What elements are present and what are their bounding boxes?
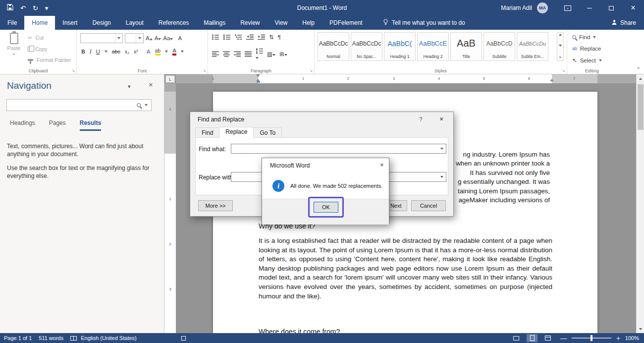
zoom-slider[interactable] (572, 338, 611, 339)
vertical-ruler[interactable]: 1 1 2 3 (164, 83, 176, 333)
style-subtle-emphasis[interactable]: AaBbCcDuSubtle Em... (517, 32, 548, 61)
nav-tab-headings[interactable]: Headings (10, 119, 35, 131)
paragraph-dialog-launcher-icon[interactable]: ↘ (309, 68, 313, 73)
find-what-combobox[interactable] (231, 144, 446, 154)
close-button[interactable]: × (622, 0, 644, 16)
style-heading-2[interactable]: AaBbCcEHeading 2 (417, 32, 449, 61)
cancel-button[interactable]: Cancel (411, 200, 446, 211)
underline-chevron-icon[interactable] (105, 51, 107, 53)
redo-icon[interactable]: ↻ (33, 4, 38, 12)
tell-me-box[interactable]: Tell me what you want to do (383, 16, 465, 30)
tab-design[interactable]: Design (85, 16, 118, 30)
word-count-label[interactable]: 511 words (39, 335, 63, 341)
more-button[interactable]: More >> (198, 200, 233, 211)
subscript-button[interactable]: x₂ (125, 49, 129, 55)
right-indent-marker[interactable] (550, 79, 554, 81)
help-icon[interactable]: ? (419, 116, 423, 123)
italic-button[interactable]: I (90, 49, 92, 55)
ok-button[interactable]: OK (314, 202, 338, 213)
strikethrough-button[interactable]: abc (112, 49, 120, 55)
proofing-status-button[interactable] (70, 336, 77, 341)
numbering-button[interactable] (223, 34, 231, 40)
macro-record-button[interactable] (181, 336, 186, 341)
paste-button[interactable]: Paste ▾ (4, 33, 24, 57)
align-right-button[interactable] (234, 51, 241, 57)
font-color-button[interactable]: A (172, 48, 176, 56)
tab-mailings[interactable]: Mailings (196, 16, 233, 30)
justify-button[interactable] (245, 51, 252, 57)
account-user-name[interactable]: Mariam Adil (501, 4, 532, 11)
read-mode-button[interactable] (511, 334, 522, 342)
tab-stop-selector[interactable]: L (165, 75, 175, 83)
collapse-ribbon-icon[interactable]: ^ (637, 66, 640, 72)
styles-dialog-launcher-icon[interactable]: ↘ (562, 68, 565, 73)
zoom-level-label[interactable]: 100% (625, 335, 639, 341)
align-left-button[interactable] (212, 51, 219, 57)
show-formatting-marks-button[interactable]: ¶ (278, 34, 281, 40)
scroll-down-button[interactable] (637, 325, 644, 333)
maximize-button[interactable] (600, 0, 622, 16)
avatar[interactable]: MA (537, 2, 548, 13)
scroll-up-button[interactable] (637, 74, 644, 83)
tab-references[interactable]: References (151, 16, 196, 30)
print-layout-button[interactable] (527, 334, 537, 342)
grow-font-button[interactable]: A (146, 35, 153, 41)
customize-quick-access-icon[interactable]: ▾ (45, 4, 49, 12)
bold-button[interactable]: B (81, 49, 85, 55)
horizontal-ruler[interactable]: 1 1 2 3 4 5 6 7 (176, 74, 636, 83)
nav-tab-results[interactable]: Results (80, 119, 101, 131)
decrease-indent-button[interactable] (246, 34, 254, 40)
tab-help[interactable]: Help (295, 16, 322, 30)
tab-review[interactable]: Review (233, 16, 267, 30)
copy-button[interactable]: Copy (28, 46, 48, 52)
language-label[interactable]: English (United States) (81, 335, 137, 341)
search-input[interactable] (7, 100, 137, 111)
dialog-tab-find[interactable]: Find (195, 127, 219, 138)
search-icon[interactable] (137, 103, 141, 107)
tab-layout[interactable]: Layout (118, 16, 151, 30)
undo-icon[interactable]: ↶ (20, 4, 26, 12)
scrollbar-thumb[interactable] (638, 84, 644, 130)
tab-insert[interactable]: Insert (55, 16, 85, 30)
increase-indent-button[interactable] (258, 34, 265, 40)
font-dialog-launcher-icon[interactable]: ↘ (203, 68, 206, 73)
multilevel-list-button[interactable] (235, 34, 242, 40)
clipboard-dialog-launcher-icon[interactable]: ↘ (71, 68, 75, 73)
highlight-color-button[interactable]: ab (155, 48, 161, 56)
tab-pdfelement[interactable]: PDFelement (322, 16, 370, 30)
navigation-close-icon[interactable]: × (149, 80, 153, 89)
replace-button[interactable]: ab Replace (572, 46, 601, 52)
web-layout-button[interactable] (542, 334, 553, 342)
document-scrollbar[interactable] (636, 74, 644, 333)
align-center-button[interactable] (223, 51, 230, 57)
text-effects-button[interactable]: A (147, 49, 151, 55)
style-no-spacing[interactable]: AaBbCcDcNo Spac... (351, 32, 382, 61)
font-name-combobox[interactable] (80, 33, 123, 43)
zoom-slider-thumb[interactable] (590, 335, 592, 341)
superscript-button[interactable]: x² (134, 49, 138, 55)
styles-gallery-more-icon[interactable]: ≡ (559, 55, 562, 59)
change-case-button[interactable]: Aa (163, 35, 173, 41)
left-indent-marker[interactable] (257, 81, 260, 83)
dialog-close-icon[interactable]: × (439, 115, 443, 123)
format-painter-button[interactable]: Format Painter (28, 57, 71, 63)
sort-button[interactable]: ⇅ (269, 34, 274, 41)
dialog-tab-replace[interactable]: Replace (219, 127, 254, 138)
font-size-combobox[interactable] (125, 33, 144, 43)
styles-scroll-up-icon[interactable] (559, 34, 562, 36)
cut-button[interactable]: ✂ Cut (28, 35, 44, 41)
find-button[interactable]: Find (572, 34, 596, 40)
clear-formatting-button[interactable]: A (178, 35, 182, 41)
navigation-options-icon[interactable]: ▾ (128, 83, 131, 90)
line-spacing-button[interactable] (256, 48, 263, 60)
style-subtitle[interactable]: AaBbCcDSubtitle (483, 32, 515, 61)
shrink-font-button[interactable]: A (155, 35, 161, 41)
font-color-chevron-icon[interactable] (181, 51, 184, 53)
minimize-button[interactable] (579, 0, 600, 16)
bullets-button[interactable] (212, 34, 219, 40)
dialog-tab-goto[interactable]: Go To (253, 127, 282, 138)
zoom-in-button[interactable]: + (616, 335, 620, 342)
styles-scroll-down-icon[interactable] (559, 45, 562, 47)
tab-home[interactable]: Home (24, 16, 55, 30)
nav-tab-pages[interactable]: Pages (49, 119, 66, 131)
